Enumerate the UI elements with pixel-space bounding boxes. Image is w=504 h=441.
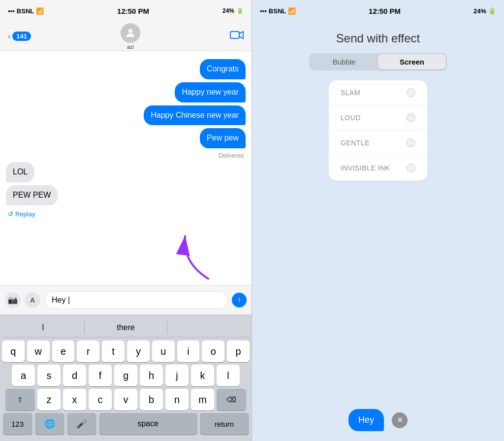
left-battery-info: 24% 🔋 [222, 7, 244, 14]
message-input-wrapper[interactable]: Hey | [44, 291, 228, 309]
camera-button[interactable]: 📷 [5, 292, 21, 308]
signal-bars: ▪▪▪ [8, 7, 15, 15]
key-r[interactable]: r [77, 340, 99, 362]
replay-label: Replay [15, 210, 35, 218]
key-e[interactable]: e [52, 340, 75, 362]
suggestion-1[interactable]: there [85, 321, 167, 334]
carrier-name: BSNL [17, 7, 34, 15]
effect-invisible-ink-radio[interactable] [407, 164, 415, 172]
key-y[interactable]: y [127, 340, 150, 362]
keyboard-suggestions: I there [2, 318, 250, 338]
left-panel: ▪▪▪ BSNL 📶 12:50 PM 24% 🔋 ‹ 141 azi [0, 0, 252, 441]
key-p[interactable]: p [227, 340, 250, 362]
bubble-text: Happy Chinese new year [151, 111, 239, 119]
back-badge[interactable]: 141 [12, 32, 31, 41]
key-row-2: a s d f g h j k l [2, 365, 250, 386]
effect-slam-radio[interactable] [407, 88, 415, 97]
key-b[interactable]: b [140, 389, 163, 410]
effect-invisible-ink-label: INVISIBLE INK [341, 164, 390, 172]
key-i[interactable]: i [177, 340, 200, 362]
right-status-bar: ▪▪▪ BSNL 📶 12:50 PM 24% 🔋 [252, 0, 504, 22]
svg-point-0 [128, 29, 132, 33]
send-button[interactable]: ↑ [232, 293, 247, 307]
right-battery-icon: 🔋 [488, 7, 496, 15]
key-f[interactable]: f [89, 365, 112, 386]
video-call-button[interactable] [230, 30, 244, 43]
key-z[interactable]: z [37, 389, 61, 410]
key-row-3: ⇧ z x c v b n m ⌫ [2, 389, 250, 410]
input-bar: 📷 A Hey | ↑ [0, 285, 252, 314]
effect-gentle[interactable]: GENTLE [329, 131, 427, 156]
delivered-status: Delivered [6, 152, 246, 159]
effect-loud[interactable]: LOUD [329, 105, 427, 131]
key-q[interactable]: q [2, 340, 25, 362]
key-n[interactable]: n [165, 389, 189, 410]
numbers-key[interactable]: 123 [3, 413, 32, 435]
key-j[interactable]: j [165, 365, 189, 386]
apps-button[interactable]: A [25, 292, 40, 308]
message-row-6: PEW PEW [6, 185, 246, 205]
effect-slam[interactable]: SLAM [329, 80, 427, 105]
right-wifi-icon: 📶 [288, 7, 296, 15]
key-s[interactable]: s [37, 365, 61, 386]
key-o[interactable]: o [202, 340, 224, 362]
chat-area: Congrats Happy new year Happy Chinese ne… [0, 51, 252, 285]
effect-gentle-label: GENTLE [341, 139, 370, 147]
message-row-5: LOL [6, 162, 246, 182]
key-a[interactable]: a [12, 365, 35, 386]
space-key[interactable]: space [99, 413, 197, 435]
key-row-4: 123 🌐 🎤 space return [2, 413, 250, 435]
avatar [121, 23, 140, 43]
cancel-preview-button[interactable]: ✕ [392, 412, 408, 428]
right-time: 12:50 PM [369, 7, 401, 15]
right-battery-percent: 24% [473, 7, 486, 15]
key-t[interactable]: t [102, 340, 125, 362]
mic-key[interactable]: 🎤 [67, 413, 96, 435]
message-input[interactable]: Hey | [52, 296, 70, 305]
suggestion-0[interactable]: I [2, 321, 85, 334]
contact-info[interactable]: azi [121, 23, 140, 50]
key-k[interactable]: k [191, 365, 214, 386]
key-d[interactable]: d [63, 365, 86, 386]
bubble-pew-pew: Pew pew [200, 128, 246, 148]
replay-icon: ↺ [8, 210, 13, 218]
close-icon: ✕ [397, 415, 403, 425]
key-v[interactable]: v [114, 389, 137, 410]
left-time: 12:50 PM [117, 7, 149, 15]
globe-key[interactable]: 🌐 [35, 413, 64, 435]
keyboard: I there q w e r t y u i o p a s d f g h … [0, 314, 252, 441]
battery-percent: 24% [222, 7, 234, 14]
left-status-bar: ▪▪▪ BSNL 📶 12:50 PM 24% 🔋 [0, 0, 252, 22]
bubble-lol: LOL [6, 162, 34, 182]
suggestion-2[interactable] [167, 321, 250, 334]
contact-name: azi [127, 44, 134, 50]
effect-invisible-ink[interactable]: INVISIBLE INK [329, 156, 427, 180]
back-button[interactable]: ‹ 141 [8, 32, 31, 41]
replay-button[interactable]: ↺ Replay [8, 210, 246, 218]
key-u[interactable]: u [152, 340, 175, 362]
bubble-text: Pew pew [207, 134, 239, 142]
tab-bubble[interactable]: Bubble [310, 54, 378, 69]
bubble-text: Congrats [207, 65, 239, 73]
delete-key[interactable]: ⌫ [217, 389, 246, 410]
right-panel: ▪▪▪ BSNL 📶 12:50 PM 24% 🔋 Send with effe… [252, 0, 504, 441]
key-w[interactable]: w [27, 340, 50, 362]
effect-gentle-radio[interactable] [407, 138, 415, 147]
key-c[interactable]: c [89, 389, 112, 410]
return-key[interactable]: return [200, 413, 249, 435]
right-battery-info: 24% 🔋 [473, 7, 496, 15]
effect-slam-label: SLAM [341, 89, 360, 97]
key-h[interactable]: h [140, 365, 163, 386]
message-row-2: Happy new year [6, 82, 246, 102]
shift-key[interactable]: ⇧ [5, 389, 35, 410]
key-g[interactable]: g [114, 365, 137, 386]
key-l[interactable]: l [217, 365, 240, 386]
bubble-congrats: Congrats [200, 59, 246, 79]
key-m[interactable]: m [191, 389, 214, 410]
tab-screen[interactable]: Screen [378, 54, 446, 69]
effect-loud-radio[interactable] [407, 113, 415, 122]
key-x[interactable]: x [63, 389, 86, 410]
send-icon: ↑ [237, 296, 241, 305]
bubble-happy-new-year: Happy new year [175, 82, 246, 102]
preview-bubble: Hey [348, 409, 384, 431]
